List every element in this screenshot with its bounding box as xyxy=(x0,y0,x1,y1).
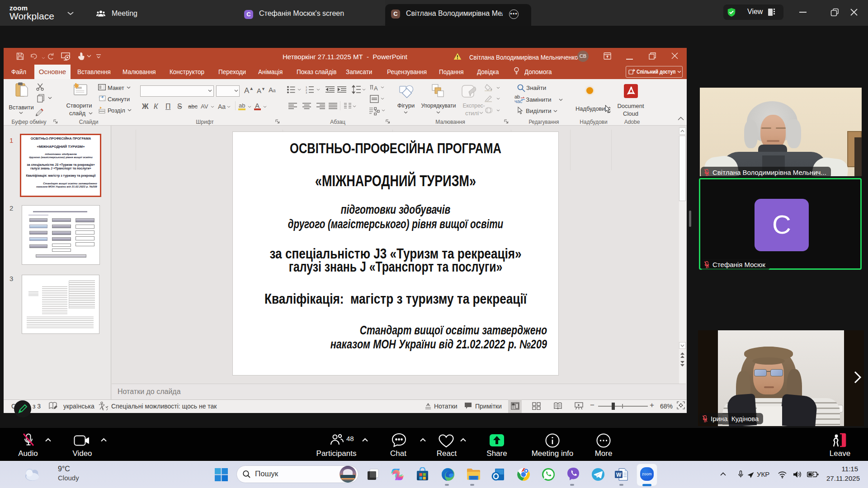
svg-text:W: W xyxy=(616,472,622,478)
svg-text:А: А xyxy=(374,85,378,92)
svg-text:3: 3 xyxy=(306,91,307,94)
